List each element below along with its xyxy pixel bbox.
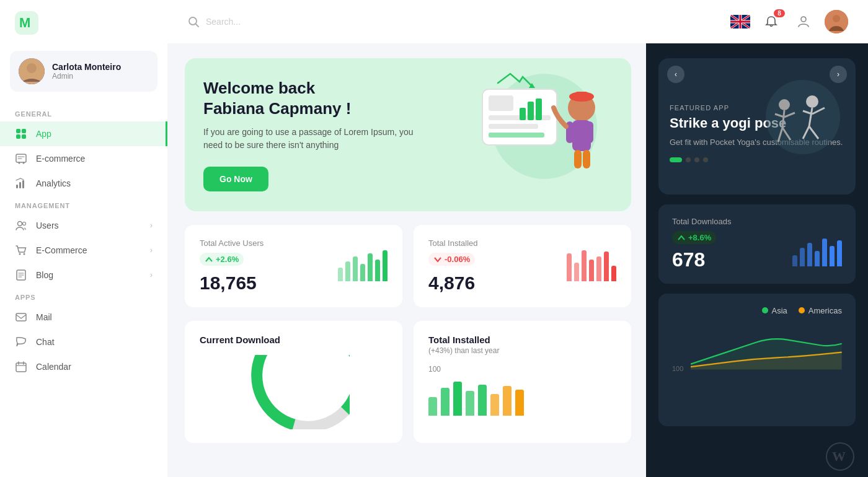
- svg-rect-30: [489, 124, 538, 129]
- sidebar-item-users[interactable]: Users ›: [0, 213, 167, 238]
- svg-rect-32: [520, 108, 526, 120]
- account-button[interactable]: [792, 11, 815, 33]
- sidebar-item-label-blog: Blog: [36, 270, 141, 280]
- sidebar-item-chat[interactable]: Chat: [0, 330, 167, 354]
- sidebar-item-label-analytics: Analytics: [36, 178, 153, 188]
- sidebar-item-calendar[interactable]: Calendar: [0, 354, 167, 379]
- svg-rect-5: [22, 129, 26, 133]
- chevron-right-icon-3: ›: [150, 271, 153, 279]
- avatar: [19, 58, 45, 84]
- legend-dot-americas: [799, 307, 805, 313]
- legend-dot-asia: [762, 307, 768, 313]
- featured-dot-1[interactable]: [670, 157, 682, 162]
- logo: M: [0, 0, 167, 46]
- svg-point-45: [806, 95, 818, 108]
- geo-line-chart: [691, 329, 842, 372]
- users-icon: [15, 219, 27, 232]
- sidebar-item-ecommerce[interactable]: E-commerce: [0, 146, 167, 171]
- svg-rect-13: [22, 180, 24, 188]
- welcome-banner: Welcome back Fabiana Capmany ! If you ar…: [185, 58, 631, 211]
- sidebar-item-blog[interactable]: Blog ›: [0, 263, 167, 287]
- sidebar-item-ecommerce2[interactable]: E-Commerce ›: [0, 238, 167, 263]
- welcome-illustration: [445, 64, 619, 182]
- bar-chart-installed: [428, 379, 616, 416]
- featured-body: FEATURED APP Strike a yogi pose Get fit …: [658, 83, 856, 171]
- sidebar-item-app[interactable]: App: [0, 121, 167, 146]
- stat-value-2: 4,876: [428, 273, 478, 294]
- stat-value-1: 18,765: [200, 273, 264, 294]
- section-general: GENERAL: [0, 110, 167, 118]
- content-area: Welcome back Fabiana Capmany ! If you ar…: [167, 43, 868, 477]
- svg-rect-6: [16, 134, 20, 139]
- svg-point-21: [189, 17, 197, 25]
- dark-mini-chart: [792, 235, 842, 266]
- welcome-title: Welcome back Fabiana Capmany !: [203, 78, 414, 118]
- legend-asia: Asia: [762, 306, 787, 315]
- notification-badge: 8: [774, 9, 785, 17]
- content-right: ‹ ›: [646, 43, 868, 477]
- sidebar-item-mail[interactable]: Mail: [0, 305, 167, 330]
- notification-button[interactable]: 8: [760, 11, 782, 33]
- dark-stat-value: 678: [672, 248, 716, 271]
- svg-point-51: [779, 99, 790, 110]
- svg-rect-31: [489, 133, 544, 138]
- sidebar-item-label-chat: Chat: [36, 337, 153, 347]
- sidebar-item-label-mail: Mail: [36, 312, 153, 322]
- svg-rect-11: [16, 185, 18, 188]
- watermark: W: [658, 441, 856, 472]
- geo-chart: 100: [672, 323, 842, 372]
- featured-dot-3[interactable]: [694, 157, 699, 162]
- stat-card-installed: Total Installed -0.06% 4,876: [414, 225, 631, 307]
- stat-top-1: Total Active Users +2.6% 18,765: [200, 239, 388, 294]
- welcome-text: Welcome back Fabiana Capmany ! If you ar…: [203, 78, 414, 191]
- user-avatar-topbar[interactable]: [825, 10, 848, 33]
- svg-rect-41: [583, 150, 590, 168]
- ecommerce-icon: [15, 152, 27, 165]
- svg-text:W: W: [832, 449, 846, 464]
- svg-rect-20: [16, 363, 26, 372]
- svg-rect-34: [536, 98, 542, 120]
- stats-row: Total Active Users +2.6% 18,765: [185, 225, 631, 307]
- calendar-icon: [15, 361, 27, 373]
- sidebar-item-label-app: App: [36, 129, 151, 139]
- svg-rect-33: [528, 102, 534, 120]
- featured-dot-2[interactable]: [686, 157, 691, 162]
- logo-icon: M: [15, 11, 38, 35]
- svg-rect-40: [574, 150, 582, 168]
- search-area: Search...: [187, 15, 720, 28]
- svg-text:M: M: [19, 15, 30, 30]
- search-placeholder[interactable]: Search...: [206, 17, 241, 27]
- blog-icon: [15, 269, 27, 281]
- language-selector[interactable]: [730, 15, 750, 28]
- bottom-card-subtitle-2: (+43%) than last year: [428, 346, 616, 355]
- y-axis: 100: [672, 365, 683, 372]
- sidebar: M Carlota Monteiro Admin GENERAL App: [0, 0, 167, 477]
- featured-dot-4[interactable]: [703, 157, 708, 162]
- topbar-right: 8: [730, 10, 848, 33]
- bottom-row: Current Download Total Installed (+43%) …: [185, 321, 631, 443]
- svg-rect-43: [575, 92, 588, 101]
- dark-stat-badge: +8.6%: [672, 231, 716, 244]
- svg-rect-28: [489, 95, 513, 111]
- svg-rect-39: [586, 121, 593, 143]
- svg-rect-4: [16, 129, 20, 133]
- total-downloads-card: Total Downloads +8.6% 678: [658, 204, 856, 284]
- stat-label-2: Total Installed: [428, 239, 478, 248]
- featured-app-card: ‹ ›: [658, 58, 856, 195]
- stat-label-1: Total Active Users: [200, 239, 264, 248]
- bottom-card-title-1: Current Download: [200, 335, 388, 345]
- svg-rect-7: [22, 134, 26, 139]
- bottom-card-title-2: Total Installed: [428, 335, 616, 345]
- go-now-button[interactable]: Go Now: [203, 167, 268, 191]
- featured-prev-button[interactable]: ‹: [667, 66, 684, 83]
- welcome-subtitle: If you are going to use a passage of Lor…: [203, 126, 414, 152]
- analytics-icon: [15, 177, 27, 190]
- user-profile[interactable]: Carlota Monteiro Admin: [10, 51, 157, 92]
- svg-point-15: [23, 222, 26, 225]
- stat-badge-1: +2.6%: [200, 253, 244, 266]
- svg-rect-19: [16, 313, 26, 321]
- sidebar-item-analytics[interactable]: Analytics: [0, 171, 167, 196]
- svg-point-9: [19, 162, 20, 164]
- legend-americas: Americas: [799, 306, 842, 315]
- svg-point-14: [18, 222, 22, 226]
